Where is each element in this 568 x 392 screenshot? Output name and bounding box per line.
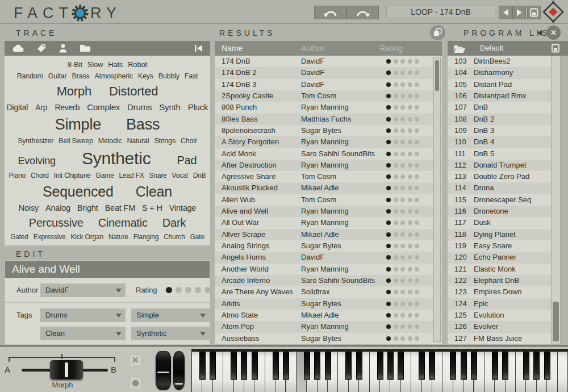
rating-dot-empty[interactable]: [400, 278, 405, 283]
rating-dot-empty[interactable]: [408, 163, 412, 168]
result-rating[interactable]: [386, 94, 422, 98]
tag-synthesizer[interactable]: Synthesizer: [18, 137, 53, 145]
tag-brass[interactable]: Brass: [72, 72, 90, 80]
black-key[interactable]: [356, 352, 362, 380]
tag-icon[interactable]: [36, 43, 47, 53]
black-key[interactable]: [544, 352, 550, 380]
result-rating[interactable]: [386, 255, 422, 260]
rating-dot-empty[interactable]: [408, 174, 412, 179]
black-key[interactable]: [502, 352, 508, 380]
tag-melodic[interactable]: Melodic: [98, 137, 122, 145]
rating-dot-empty[interactable]: [400, 105, 405, 110]
black-key[interactable]: [314, 352, 320, 380]
rating-dot-empty[interactable]: [394, 117, 398, 122]
program-row[interactable]: 119Easy Snare: [448, 240, 551, 252]
next-program-button[interactable]: [512, 6, 526, 19]
folder-icon[interactable]: [80, 44, 91, 53]
rating-dot-empty[interactable]: [204, 287, 211, 293]
program-row[interactable]: 111DnB 5: [448, 148, 551, 160]
rating-dot-empty[interactable]: [394, 336, 398, 341]
program-scrollbar[interactable]: [551, 56, 561, 344]
result-row[interactable]: Acid MonkSaro Sahihi SoundBits: [215, 148, 442, 160]
rating-dot-empty[interactable]: [400, 267, 405, 272]
rating-dot-filled[interactable]: [386, 278, 391, 283]
program-row[interactable]: 123Empires Down: [448, 286, 551, 298]
result-rating[interactable]: [386, 117, 422, 122]
black-key[interactable]: [533, 352, 540, 380]
rating-dot-filled[interactable]: [386, 198, 391, 202]
rating-dot-empty[interactable]: [408, 128, 412, 133]
rating-dot-filled[interactable]: [386, 336, 391, 341]
result-row[interactable]: Analog StringsSugar Bytes: [215, 240, 442, 252]
result-row[interactable]: Akoustik PluckedMikael Adle: [215, 182, 442, 194]
tag-clean[interactable]: Clean: [136, 184, 172, 200]
close-browser-button[interactable]: ✕: [546, 26, 561, 40]
rating-dot-empty[interactable]: [394, 105, 398, 110]
rating-dot-empty[interactable]: [415, 232, 419, 237]
black-key[interactable]: [210, 352, 216, 380]
rating-dot-filled[interactable]: [386, 267, 391, 272]
tag-keys[interactable]: Keys: [138, 72, 153, 80]
rating-dot-empty[interactable]: [415, 290, 419, 294]
rating-dot-empty[interactable]: [394, 59, 398, 64]
rating-dot-empty[interactable]: [415, 70, 419, 75]
rating-dot-empty[interactable]: [408, 290, 412, 294]
rating-dot-filled[interactable]: [386, 220, 391, 225]
rating-dot-empty[interactable]: [400, 220, 405, 225]
tag-sequenced[interactable]: Sequenced: [43, 184, 114, 200]
tag-dropdown-3[interactable]: Clean: [40, 327, 126, 340]
column-rating[interactable]: Rating: [379, 41, 402, 56]
rating-dot-empty[interactable]: [400, 128, 405, 133]
tag-game[interactable]: Game: [96, 172, 114, 180]
rating-dot-empty[interactable]: [394, 163, 398, 168]
rating-dot-empty[interactable]: [394, 313, 398, 318]
rating-dot-empty[interactable]: [394, 152, 398, 156]
result-rating[interactable]: [386, 70, 422, 75]
result-row[interactable]: 174 DnB 2DavidF: [215, 67, 442, 78]
result-rating[interactable]: [386, 128, 422, 133]
tag-gate[interactable]: Gate: [190, 233, 204, 241]
tag-bright[interactable]: Bright: [77, 203, 98, 212]
tag-complex[interactable]: Complex: [87, 102, 120, 112]
tag-evolving[interactable]: Evolving: [18, 155, 55, 167]
rating-dot-filled[interactable]: [386, 324, 391, 329]
result-rating[interactable]: [386, 152, 422, 156]
program-scrollbar-thumb[interactable]: [553, 302, 559, 341]
rating-dot-filled[interactable]: [386, 152, 391, 156]
rating-dot-empty[interactable]: [415, 105, 419, 110]
result-row[interactable]: 2Spooky CastleTom Cosm: [215, 90, 442, 102]
rating-dot-empty[interactable]: [408, 152, 412, 156]
rating-dot-empty[interactable]: [408, 105, 412, 110]
rating-dots[interactable]: [166, 287, 214, 293]
tag-dnb[interactable]: DnB: [193, 172, 206, 180]
result-row[interactable]: 808 PunchRyan Manning: [215, 102, 442, 113]
tag-drums[interactable]: Drums: [127, 102, 152, 112]
tag-percussive[interactable]: Percussive: [29, 216, 83, 230]
rating-dot-empty[interactable]: [408, 198, 412, 202]
tag-gated[interactable]: Gated: [10, 233, 28, 241]
black-key[interactable]: [471, 352, 477, 380]
tag-lead-fx[interactable]: Lead FX: [119, 172, 144, 180]
result-rating[interactable]: [386, 198, 422, 202]
rating-dot-empty[interactable]: [408, 336, 412, 341]
result-row[interactable]: Arcade InfernoSaro Sahihi SoundBits: [215, 275, 442, 286]
result-rating[interactable]: [386, 244, 422, 248]
result-row[interactable]: 8polenoisecrashSugar Bytes: [215, 125, 442, 136]
tag-arp[interactable]: Arp: [35, 103, 47, 112]
white-key[interactable]: [558, 352, 568, 392]
user-icon[interactable]: [58, 43, 68, 53]
column-name[interactable]: Name: [222, 41, 243, 56]
rating-dot-filled[interactable]: [386, 244, 391, 248]
result-row[interactable]: 174 DnBDavidF: [215, 56, 442, 67]
rating-dot-empty[interactable]: [195, 287, 201, 293]
tag-init-chiptune[interactable]: Init Chiptune: [54, 172, 91, 180]
tag-kick-organ[interactable]: Kick Organ: [71, 233, 103, 241]
rating-dot-empty[interactable]: [415, 278, 419, 283]
rating-dot-empty[interactable]: [400, 174, 405, 179]
black-key[interactable]: [398, 352, 404, 380]
program-row[interactable]: 117Dusk: [448, 217, 551, 228]
rating-dot-empty[interactable]: [400, 140, 405, 144]
save-program-button[interactable]: [527, 6, 541, 19]
result-row[interactable]: 80ies BassMatthias Fuchs: [215, 114, 442, 125]
result-rating[interactable]: [386, 163, 422, 168]
